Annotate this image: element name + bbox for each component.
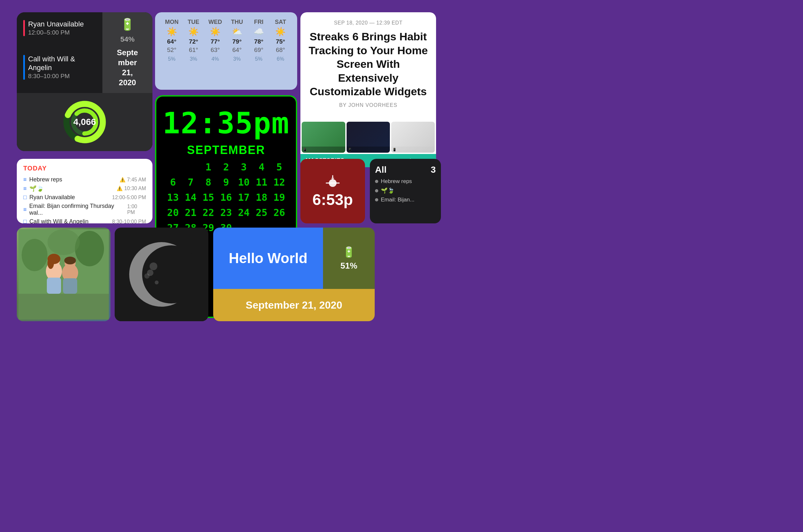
svg-point-29 bbox=[147, 269, 153, 276]
event1-title: Ryan Unavailable bbox=[28, 20, 83, 28]
weather-icon-5: ☀️ bbox=[275, 27, 285, 37]
svg-point-26 bbox=[150, 263, 157, 270]
news-image-3: 📱 bbox=[391, 122, 435, 153]
battery-pct-hello: 51% bbox=[340, 261, 357, 271]
cal-empty-1 bbox=[182, 159, 200, 175]
weather-precip-2: 4% bbox=[211, 56, 219, 62]
hello-date: September 21, 2020 bbox=[246, 299, 342, 311]
today-icon-3: ≡ bbox=[23, 206, 27, 213]
today-item-1: ≡ 🌱🍃 ⚠️ 10:30 AM bbox=[23, 184, 146, 193]
today-item-0: ≡ Hebrew reps ⚠️ 7:45 AM bbox=[23, 175, 146, 184]
reminder-text-0: Hebrew reps bbox=[381, 178, 412, 185]
sunset-widget: 6:53p bbox=[300, 159, 365, 223]
cal-day-24: 24 bbox=[235, 205, 253, 220]
cal-day-8: 8 bbox=[200, 175, 218, 190]
event1-time: 12:00–5:00 PM bbox=[28, 29, 83, 36]
weather-grid: MON ☀️ 64° 52° 5% TUE ☀️ 72° 61° 3% WED … bbox=[162, 19, 291, 83]
cal-today: 21 bbox=[185, 207, 197, 218]
today-icon-2: □ bbox=[23, 194, 27, 201]
svg-point-11 bbox=[75, 231, 104, 266]
reminder-item-2: Email: Bijan... bbox=[375, 196, 436, 203]
news-image-2: 📱 bbox=[347, 122, 390, 153]
weather-col-3: THU ⛅ 79° 64° 3% bbox=[227, 19, 247, 83]
weather-high-4: 78° bbox=[254, 38, 264, 45]
today-time-1: 10:30 AM bbox=[124, 186, 146, 191]
cal-day-15: 15 bbox=[200, 190, 218, 205]
cal-day-11: 11 bbox=[253, 175, 270, 190]
today-label: TODAY bbox=[23, 165, 146, 172]
reminder-text-2: Email: Bijan... bbox=[381, 196, 414, 203]
weather-high-0: 64° bbox=[167, 38, 176, 45]
event2-title: Call with Will & Angelin bbox=[28, 55, 75, 72]
weather-icon-3: ⛅ bbox=[232, 27, 242, 37]
weather-day-0: MON bbox=[165, 19, 179, 25]
weather-precip-1: 3% bbox=[190, 56, 197, 62]
news-images: 📱 📱 📱 bbox=[300, 122, 436, 154]
svg-point-10 bbox=[22, 239, 48, 271]
weather-icon-2: ☀️ bbox=[210, 27, 220, 37]
cal-day-23: 23 bbox=[218, 205, 235, 220]
hello-world-widget: Hello World 🔋 51% September 21, 2020 bbox=[213, 228, 375, 321]
photo-widget bbox=[17, 228, 110, 321]
event2-time: 8:30–10:00 PM bbox=[28, 73, 75, 80]
svg-point-28 bbox=[155, 281, 158, 284]
reminders-count: 3 bbox=[431, 165, 436, 175]
weather-precip-3: 3% bbox=[233, 56, 241, 62]
reminder-items: Hebrew reps 🌱🍃 Email: Bijan... bbox=[375, 178, 436, 203]
reminder-text-1: 🌱🍃 bbox=[381, 187, 394, 194]
sunset-icon bbox=[312, 174, 353, 188]
reminder-item-1: 🌱🍃 bbox=[375, 187, 436, 194]
news-author: BY JOHN VOORHEES bbox=[308, 102, 428, 108]
weather-low-2: 63° bbox=[211, 46, 220, 54]
cal-day-14: 14 bbox=[182, 190, 200, 205]
cal-day-16: 16 bbox=[218, 190, 235, 205]
reminder-item-0: Hebrew reps bbox=[375, 178, 436, 185]
cal-day-9: 9 bbox=[218, 175, 235, 190]
reminder-dot-0 bbox=[375, 180, 378, 183]
svg-point-17 bbox=[48, 257, 54, 269]
weather-low-4: 69° bbox=[254, 46, 264, 54]
cal-day-20: 20 bbox=[164, 205, 182, 220]
reminders-widget: All 3 Hebrew reps 🌱🍃 Email: Bijan... bbox=[370, 159, 441, 223]
weather-day-5: SAT bbox=[275, 19, 286, 25]
reminders-label: All bbox=[375, 165, 387, 175]
news-widget: SEP 18, 2020 — 12:39 EDT Streaks 6 Bring… bbox=[300, 12, 436, 167]
today-icon-4: □ bbox=[23, 218, 27, 223]
weather-day-3: THU bbox=[231, 19, 243, 25]
today-warning-1: ⚠️ bbox=[117, 186, 123, 191]
today-time-0: 7:45 AM bbox=[127, 177, 146, 183]
weather-widget: MON ☀️ 64° 52° 5% TUE ☀️ 72° 61° 3% WED … bbox=[155, 12, 297, 90]
today-item-4: □ Call with Will & Angelin 8:30-10:00 PM bbox=[23, 217, 146, 223]
weather-high-5: 75° bbox=[276, 38, 285, 45]
weather-low-3: 64° bbox=[232, 46, 242, 54]
weather-col-1: TUE ☀️ 72° 61° 3% bbox=[183, 19, 204, 83]
weather-low-5: 68° bbox=[276, 46, 285, 54]
cal-day-13: 13 bbox=[164, 190, 182, 205]
weather-precip-5: 6% bbox=[277, 56, 284, 62]
cal-day-7: 7 bbox=[182, 175, 200, 190]
weather-icon-1: ☀️ bbox=[188, 27, 199, 37]
today-text-0: Hebrew reps bbox=[30, 176, 62, 183]
cal-day-25: 25 bbox=[253, 205, 270, 220]
cal-day-17: 17 bbox=[235, 190, 253, 205]
cal-day-1: 1 bbox=[200, 159, 218, 175]
calendar-date: Septe mber 21, 2020 bbox=[117, 48, 138, 88]
svg-rect-21 bbox=[47, 278, 61, 294]
weather-col-2: WED ☀️ 77° 63° 4% bbox=[205, 19, 225, 83]
today-text-3: Email: Bijan confirming Thursday wal... bbox=[30, 203, 127, 216]
moon-widget bbox=[115, 228, 208, 321]
today-item-3: ≡ Email: Bijan confirming Thursday wal..… bbox=[23, 202, 146, 217]
cal-day-2: 2 bbox=[218, 159, 235, 175]
today-text-1: 🌱🍃 bbox=[30, 185, 43, 192]
cal-day-5: 5 bbox=[270, 159, 288, 175]
weather-low-1: 61° bbox=[189, 46, 198, 54]
today-icon-0: ≡ bbox=[23, 176, 27, 183]
svg-rect-13 bbox=[18, 294, 109, 320]
weather-col-5: SAT ☀️ 75° 68° 6% bbox=[270, 19, 291, 83]
calendar-widget: Ryan Unavailable 12:00–5:00 PM Call with… bbox=[17, 12, 152, 151]
cal-day-12: 12 bbox=[270, 175, 288, 190]
weather-col-0: MON ☀️ 64° 52° 5% bbox=[162, 19, 182, 83]
today-text-2: Ryan Unavailable bbox=[30, 194, 75, 201]
weather-icon-4: ☁️ bbox=[254, 27, 264, 37]
today-time-4: 8:30-10:00 PM bbox=[112, 219, 146, 224]
